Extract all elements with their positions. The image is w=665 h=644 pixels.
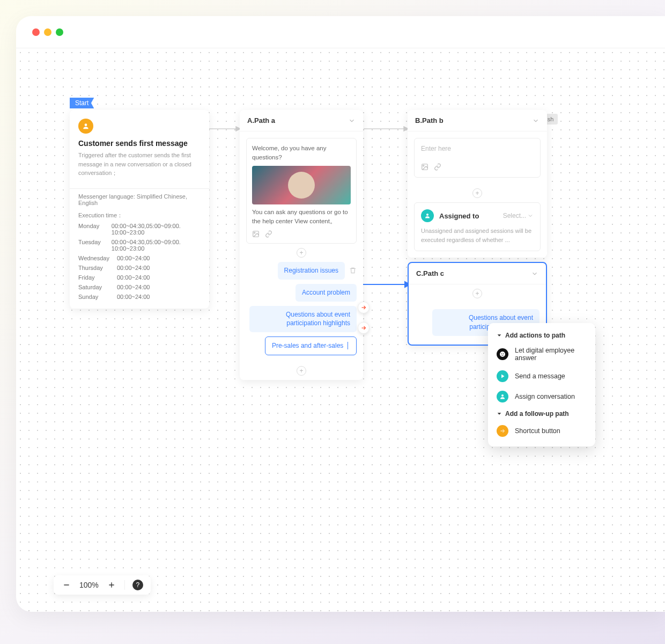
chip-presales-editing[interactable]: Pre-sales and after-sales <box>265 336 357 355</box>
message-image <box>252 166 351 204</box>
chevron-down-icon[interactable] <box>532 117 540 125</box>
schedule-time: 00:00~24:00 <box>117 274 150 281</box>
ctx-label: Let digital employee answer <box>515 347 587 362</box>
person-icon <box>421 209 434 222</box>
image-icon[interactable] <box>421 163 428 171</box>
execution-label: Execution time： <box>78 211 201 219</box>
svg-point-8 <box>503 353 504 354</box>
assign-label: Assigned to <box>439 212 498 220</box>
add-chip-button[interactable]: + <box>297 366 306 376</box>
window-titlebar <box>16 16 665 48</box>
ctx-label: Send a message <box>515 372 565 380</box>
language-label: Messenger language: Simplified Chinese, … <box>78 193 201 206</box>
person-icon <box>497 391 508 402</box>
start-subtitle: Triggered after the customer sends the f… <box>78 151 201 178</box>
start-flag: Start <box>70 98 94 108</box>
svg-point-9 <box>501 394 504 397</box>
add-step-button[interactable]: + <box>472 289 482 298</box>
svg-point-4 <box>423 165 424 166</box>
schedule-time: 00:00~24:00 <box>117 265 150 271</box>
schedule-day: Tuesday <box>78 239 112 252</box>
image-icon[interactable] <box>252 230 260 238</box>
branch-arrow-icon[interactable] <box>358 302 370 313</box>
chip-event[interactable]: Questions about event participation high… <box>249 306 357 333</box>
schedule-time: 00:00~04:30,05:00~09:00. 10:00~23:00 <box>112 239 201 252</box>
connector-start-to-a <box>209 123 241 145</box>
add-step-button[interactable]: + <box>472 188 482 198</box>
message-body: You can ask any questions or go to the h… <box>252 208 351 226</box>
svg-point-0 <box>85 123 87 126</box>
schedule-day: Saturday <box>78 284 117 290</box>
svg-point-5 <box>426 214 428 216</box>
schedule-time: 00:00~04:30,05:00~09:00. 10:00~23:00 <box>112 223 201 236</box>
trash-icon[interactable] <box>349 267 357 274</box>
maximize-window-icon[interactable] <box>56 28 63 36</box>
zoom-control: 100% ? <box>54 575 151 595</box>
path-c-title: C.Path c <box>416 269 444 277</box>
message-preview[interactable]: Welcome, do you have any questions? You … <box>246 138 357 244</box>
person-icon <box>78 119 93 134</box>
svg-point-2 <box>254 232 255 233</box>
path-b-card[interactable]: B.Path b Enter here + Assigned to <box>408 110 547 258</box>
triangle-down-icon <box>497 333 502 338</box>
path-a-card[interactable]: A.Path a Welcome, do you have any questi… <box>240 110 363 380</box>
ctx-section-actions: Add actions to path <box>488 328 595 342</box>
zoom-value: 100% <box>79 581 99 589</box>
message-input[interactable]: Enter here <box>414 138 541 178</box>
minimize-window-icon[interactable] <box>44 28 51 36</box>
schedule-day: Friday <box>78 274 117 281</box>
ctx-label: Assign conversation <box>515 393 575 400</box>
schedule-day: Monday <box>78 223 112 236</box>
shortcut-icon <box>497 425 508 437</box>
help-button[interactable]: ? <box>132 580 143 590</box>
schedule-time: 00:00~24:00 <box>117 294 150 300</box>
connector-a-to-b <box>364 123 409 145</box>
branch-arrow-icon[interactable] <box>358 322 370 334</box>
start-title: Customer sends first message <box>78 139 201 148</box>
welcome-text: Welcome, do you have any questions? <box>252 144 351 163</box>
context-menu: Add actions to path Let digital employee… <box>488 323 595 447</box>
robot-icon <box>497 348 508 360</box>
svg-point-6 <box>500 352 505 357</box>
assign-select[interactable]: Select... <box>503 212 534 219</box>
triangle-down-icon <box>497 411 502 416</box>
chip-registration[interactable]: Registration issues <box>278 262 345 280</box>
schedule-time: 00:00~24:00 <box>117 255 150 261</box>
add-step-button[interactable]: + <box>297 248 306 258</box>
assign-block[interactable]: Assigned to Select... Unassigned and ass… <box>414 202 541 251</box>
close-window-icon[interactable] <box>32 28 40 36</box>
select-label: Select... <box>503 212 526 219</box>
link-icon[interactable] <box>434 163 441 171</box>
chip-presales-text: Pre-sales and after-sales <box>272 342 343 349</box>
flow-canvas[interactable]: Start Finish Customer sends first messag… <box>16 48 665 612</box>
start-node-card[interactable]: Customer sends first message Triggered a… <box>70 110 209 309</box>
app-window: Start Finish Customer sends first messag… <box>16 16 665 612</box>
ctx-item-digital-employee[interactable]: Let digital employee answer <box>488 342 595 366</box>
link-icon[interactable] <box>265 230 272 238</box>
input-placeholder: Enter here <box>421 145 534 152</box>
chevron-down-icon[interactable] <box>348 117 356 125</box>
chevron-down-icon <box>527 213 534 219</box>
chevron-down-icon[interactable] <box>531 270 538 277</box>
ctx-item-shortcut[interactable]: Shortcut button <box>488 421 595 441</box>
ctx-item-send-message[interactable]: Send a message <box>488 366 595 386</box>
schedule-day: Wednesday <box>78 255 117 261</box>
ctx-label: Shortcut button <box>515 427 560 435</box>
play-icon <box>497 370 508 382</box>
text-cursor <box>348 342 350 349</box>
schedule-day: Thursday <box>78 265 117 271</box>
ctx-item-assign[interactable]: Assign conversation <box>488 386 595 407</box>
zoom-out-button[interactable] <box>61 580 72 590</box>
ctx-section-followup: Add a follow-up path <box>488 407 595 421</box>
schedule-day: Sunday <box>78 294 117 300</box>
zoom-in-button[interactable] <box>106 580 117 590</box>
chip-account[interactable]: Account problem <box>295 284 357 302</box>
svg-point-7 <box>501 353 503 354</box>
path-b-title: B.Path b <box>415 116 444 125</box>
path-a-title: A.Path a <box>247 116 275 125</box>
schedule-time: 00:00~24:00 <box>117 284 150 290</box>
assign-description: Unassigned and assigned sessions will be… <box>421 226 534 244</box>
